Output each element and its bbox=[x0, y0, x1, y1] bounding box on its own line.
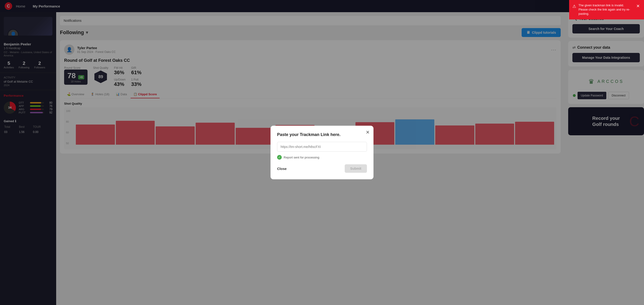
toast-close-button[interactable]: ✕ bbox=[636, 3, 640, 9]
modal-success-message: ✓ Report sent for processing bbox=[277, 155, 367, 160]
modal-overlay[interactable]: Paste your Trackman Link here. ✕ ✓ Repor… bbox=[0, 0, 644, 305]
success-checkmark-icon: ✓ bbox=[277, 155, 282, 160]
modal-footer: Close Submit bbox=[277, 164, 367, 173]
toast-message: The given trackman link is invalid. Plea… bbox=[578, 3, 634, 16]
warning-icon: ⚠ bbox=[572, 4, 576, 9]
trackman-link-input[interactable] bbox=[277, 142, 367, 152]
error-toast: ⚠ The given trackman link is invalid. Pl… bbox=[569, 0, 644, 20]
trackman-modal: Paste your Trackman Link here. ✕ ✓ Repor… bbox=[270, 126, 374, 179]
modal-title: Paste your Trackman Link here. bbox=[277, 132, 367, 137]
modal-close-x-button[interactable]: ✕ bbox=[366, 130, 370, 135]
modal-close-button[interactable]: Close bbox=[277, 167, 287, 171]
modal-submit-button[interactable]: Submit bbox=[345, 164, 367, 173]
